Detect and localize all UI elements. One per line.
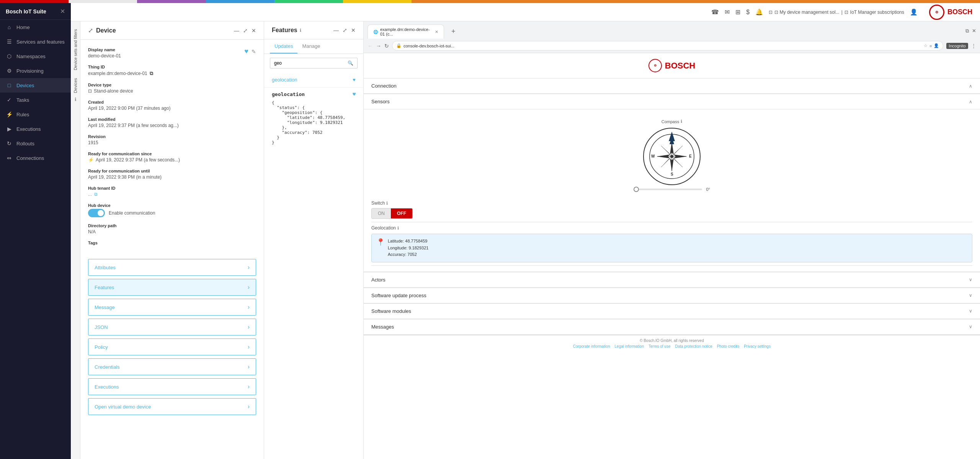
off-button[interactable]: OFF bbox=[391, 208, 412, 218]
sidebar-item-label: Namespaces bbox=[16, 54, 46, 59]
compass-slider-thumb[interactable] bbox=[634, 187, 639, 192]
user-icon[interactable]: 👤 bbox=[910, 8, 918, 16]
browser-tab-active[interactable]: 🌐 example.dm:demo-device-01 (c... ✕ bbox=[368, 24, 444, 39]
open-demo-button[interactable]: Open virtual demo device › bbox=[88, 398, 256, 415]
back-button[interactable]: ← bbox=[368, 43, 373, 49]
edit-icon[interactable]: ✎ bbox=[252, 49, 256, 55]
svg-marker-11 bbox=[657, 155, 670, 158]
compass-info-icon[interactable]: ℹ bbox=[681, 119, 682, 124]
json-button[interactable]: JSON › bbox=[88, 319, 256, 335]
footer-link-terms[interactable]: Terms of use bbox=[648, 344, 670, 348]
restore-icon[interactable]: ⧉ bbox=[965, 28, 969, 34]
favorite-icon[interactable]: ♥ bbox=[244, 47, 248, 55]
demo-chevron: › bbox=[248, 403, 250, 410]
maximize-icon[interactable]: ⤢ bbox=[243, 28, 248, 34]
svg-marker-12 bbox=[674, 155, 687, 158]
geo-search-input[interactable] bbox=[274, 60, 346, 66]
close-device-panel-icon[interactable]: ✕ bbox=[252, 28, 256, 34]
connection-header[interactable]: Connection ∧ bbox=[364, 78, 980, 94]
switch-label-row: Switch ℹ bbox=[371, 200, 972, 206]
sidebar-item-label: Tasks bbox=[16, 97, 29, 103]
hub-copy-icon[interactable]: ⧉ bbox=[94, 192, 98, 197]
footer-link-data[interactable]: Data protection notice bbox=[675, 344, 712, 348]
close-features-icon[interactable]: ✕ bbox=[351, 27, 356, 33]
email-icon[interactable]: ✉ bbox=[725, 8, 730, 16]
sidebar-item-rollouts[interactable]: ↻ Rollouts bbox=[0, 136, 71, 151]
tab-close-icon[interactable]: ✕ bbox=[435, 29, 438, 34]
switch-info-icon[interactable]: ℹ bbox=[386, 201, 388, 206]
geo-fav-icon[interactable]: ♥ bbox=[353, 91, 356, 97]
actors-header[interactable]: Actors ∨ bbox=[364, 272, 980, 288]
software-update-header[interactable]: Software update process ∨ bbox=[364, 288, 980, 303]
sidebar-item-connections[interactable]: ⇔ Connections bbox=[0, 151, 71, 165]
comm-toggle[interactable] bbox=[88, 209, 105, 217]
geo-favorite-icon[interactable]: ♥ bbox=[353, 77, 356, 83]
compass-circle: N S E W bbox=[643, 128, 701, 185]
messages-header[interactable]: Messages ∨ bbox=[364, 319, 980, 335]
refresh-button[interactable]: ↻ bbox=[384, 43, 389, 49]
credentials-button[interactable]: Credentials › bbox=[88, 358, 256, 375]
software-update-section: Software update process ∨ bbox=[364, 288, 980, 304]
bosch-brand-text: BOSCH bbox=[947, 8, 972, 16]
sidebar-item-executions[interactable]: ▶ Executions bbox=[0, 122, 71, 136]
browser-menu-icon[interactable]: ⋮ bbox=[971, 43, 976, 49]
minimize-features-icon[interactable]: — bbox=[333, 27, 339, 33]
close-browser-icon[interactable]: ✕ bbox=[972, 28, 976, 34]
features-info-icon[interactable]: ℹ bbox=[300, 28, 301, 33]
geo-title: geolocation ♥ bbox=[272, 91, 356, 97]
geo-info-icon[interactable]: ℹ bbox=[397, 226, 399, 231]
copy-thing-id-icon[interactable]: ⧉ bbox=[150, 70, 153, 76]
dollar-icon[interactable]: $ bbox=[746, 9, 750, 16]
search-icon[interactable]: 🔍 bbox=[348, 60, 353, 66]
grid-icon[interactable]: ⊞ bbox=[735, 8, 740, 16]
namespaces-icon: ⬡ bbox=[6, 53, 13, 59]
display-name-label: Display name bbox=[88, 47, 121, 52]
compass-slider-track bbox=[634, 189, 702, 190]
new-tab-button[interactable]: + bbox=[446, 25, 461, 38]
ready-since-value: ⚡ April 19, 2022 9:37 PM (a few seconds.… bbox=[88, 157, 256, 163]
sidebar-close-icon[interactable]: ✕ bbox=[60, 8, 65, 15]
footer-link-photo[interactable]: Photo credits bbox=[717, 344, 739, 348]
features-button[interactable]: Features › bbox=[88, 279, 256, 296]
sidebar-item-namespaces[interactable]: ⬡ Namespaces bbox=[0, 49, 71, 63]
footer-link-legal[interactable]: Legal information bbox=[615, 344, 644, 348]
profile-icon[interactable]: 👤 bbox=[934, 43, 939, 48]
executions-button[interactable]: Executions › bbox=[88, 378, 256, 395]
reader-icon[interactable]: ≡ bbox=[929, 44, 932, 48]
geo-card: 📍 Latitude: 48.7758459 Longitude: 9.1829… bbox=[371, 234, 972, 262]
notification-icon[interactable]: 🔔 bbox=[755, 8, 763, 16]
sidebar-item-home[interactable]: ⌂ Home bbox=[0, 20, 71, 34]
star-icon[interactable]: ☆ bbox=[924, 43, 928, 48]
sidebar-item-rules[interactable]: ⚡ Rules bbox=[0, 107, 71, 122]
phone-icon[interactable]: ☎ bbox=[711, 8, 719, 16]
message-button[interactable]: Message › bbox=[88, 299, 256, 316]
ready-until-value: April 19, 2022 9:38 PM (in a minute) bbox=[88, 174, 256, 180]
panel-expand-icon[interactable]: ⤢ bbox=[88, 27, 93, 34]
address-text: console-dev.bosch-iot-sui... bbox=[403, 44, 922, 48]
device-panel-actions: — ⤢ ✕ bbox=[234, 28, 256, 34]
footer-link-privacy[interactable]: Privacy settings bbox=[744, 344, 771, 348]
tab-updates[interactable]: Updates bbox=[270, 39, 297, 54]
tab-manage[interactable]: Manage bbox=[297, 39, 325, 54]
features-panel-title: Features bbox=[272, 27, 297, 34]
minimize-icon[interactable]: — bbox=[234, 28, 239, 34]
sidebar-item-tasks[interactable]: ✓ Tasks bbox=[0, 93, 71, 107]
sidebar-item-devices[interactable]: □ Devices bbox=[0, 78, 71, 93]
software-modules-header[interactable]: Software modules ∨ bbox=[364, 304, 980, 319]
sensors-header[interactable]: Sensors ∧ bbox=[364, 94, 980, 109]
attributes-button[interactable]: Attributes › bbox=[88, 259, 256, 276]
sidebar-item-label: Rules bbox=[16, 112, 29, 117]
ready-until-row: Ready for communication until April 19, … bbox=[88, 169, 256, 180]
sidebar-item-services[interactable]: ☰ Services and features bbox=[0, 34, 71, 49]
maximize-features-icon[interactable]: ⤢ bbox=[343, 27, 347, 33]
sidebar-header: Bosch IoT Suite ✕ bbox=[0, 3, 71, 20]
copyright-text: © Bosch.IO GmbH, all rights reserved bbox=[371, 339, 972, 343]
footer-link-corporate[interactable]: Corporate information bbox=[573, 344, 610, 348]
features-chevron: › bbox=[248, 284, 250, 291]
sidebar-item-label: Devices bbox=[16, 83, 34, 88]
on-button[interactable]: ON bbox=[372, 208, 391, 218]
sidebar-item-provisioning[interactable]: ⚙ Provisioning bbox=[0, 63, 71, 78]
policy-button[interactable]: Policy › bbox=[88, 339, 256, 355]
geolocation-feature-item[interactable]: geolocation ♥ bbox=[264, 72, 363, 88]
forward-button[interactable]: → bbox=[376, 43, 381, 49]
